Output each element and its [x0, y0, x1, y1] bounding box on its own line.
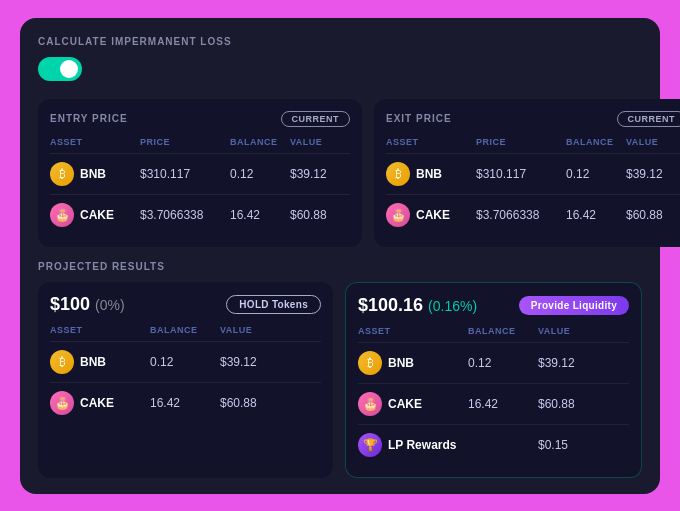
lp-bnb-asset: ₿ BNB [358, 351, 468, 375]
lp-cake-name: CAKE [388, 397, 422, 411]
hold-bnb-asset: ₿ BNB [50, 350, 150, 374]
table-row: ₿ BNB $310.117 0.12 $39.12 [386, 153, 680, 194]
entry-current-badge[interactable]: CURRENT [281, 111, 351, 127]
hold-bnb-name: BNB [80, 355, 106, 369]
price-panels-row: ENTRY PRICE CURRENT ASSET PRICE BALANCE … [38, 99, 642, 247]
lp-col-balance: BALANCE [468, 326, 538, 336]
lp-bnb-balance: 0.12 [468, 356, 538, 370]
bnb-icon: ₿ [50, 350, 74, 374]
exit-bnb-price: $310.117 [476, 167, 566, 181]
lp-rewards-value: $0.15 [538, 438, 608, 452]
entry-col-value: VALUE [290, 137, 350, 147]
entry-bnb-price: $310.117 [140, 167, 230, 181]
lp-bnb-value: $39.12 [538, 356, 608, 370]
entry-table-header: ASSET PRICE BALANCE VALUE [50, 137, 350, 153]
entry-col-balance: BALANCE [230, 137, 290, 147]
liquidity-value: $100.16 [358, 295, 428, 315]
exit-bnb-value: $39.12 [626, 167, 680, 181]
hold-value-group: $100 (0%) [50, 294, 125, 315]
exit-col-value: VALUE [626, 137, 680, 147]
entry-cake-asset: 🎂 CAKE [50, 203, 140, 227]
entry-cake-balance: 16.42 [230, 208, 290, 222]
cake-icon: 🎂 [50, 203, 74, 227]
liquidity-pct: (0.16%) [428, 298, 477, 314]
entry-table: ASSET PRICE BALANCE VALUE ₿ BNB $310.117… [50, 137, 350, 235]
projected-label: PROJECTED RESULTS [38, 261, 642, 272]
exit-cake-price: $3.7066338 [476, 208, 566, 222]
hold-pct: (0%) [95, 297, 125, 313]
entry-cake-name: CAKE [80, 208, 114, 222]
entry-header: ENTRY PRICE CURRENT [50, 111, 350, 127]
table-row: 🎂 CAKE 16.42 $60.88 [358, 383, 629, 424]
exit-current-badge[interactable]: CURRENT [617, 111, 681, 127]
entry-price-label: ENTRY PRICE [50, 113, 128, 124]
hold-cake-name: CAKE [80, 396, 114, 410]
cake-icon: 🎂 [50, 391, 74, 415]
lp-rewards-icon: 🏆 [358, 433, 382, 457]
hold-cake-asset: 🎂 CAKE [50, 391, 150, 415]
table-row: ₿ BNB 0.12 $39.12 [358, 342, 629, 383]
lp-col-value: VALUE [538, 326, 608, 336]
table-row: 🎂 CAKE $3.7066338 16.42 $60.88 [50, 194, 350, 235]
lp-bnb-name: BNB [388, 356, 414, 370]
exit-bnb-name: BNB [416, 167, 442, 181]
bnb-icon: ₿ [358, 351, 382, 375]
projected-panels: $100 (0%) HOLD Tokens ASSET BALANCE VALU… [38, 282, 642, 478]
exit-price-label: EXIT PRICE [386, 113, 452, 124]
cake-icon: 🎂 [358, 392, 382, 416]
exit-cake-name: CAKE [416, 208, 450, 222]
table-row: 🎂 CAKE 16.42 $60.88 [50, 382, 321, 423]
lp-cake-balance: 16.42 [468, 397, 538, 411]
exit-table: ASSET PRICE BALANCE VALUE ₿ BNB $310.117… [386, 137, 680, 235]
hold-col-balance: BALANCE [150, 325, 220, 335]
entry-cake-price: $3.7066338 [140, 208, 230, 222]
table-row: 🎂 CAKE $3.7066338 16.42 $60.88 [386, 194, 680, 235]
hold-table: ASSET BALANCE VALUE ₿ BNB 0.12 $39.12 [50, 325, 321, 423]
hold-bnb-value: $39.12 [220, 355, 290, 369]
hold-bnb-balance: 0.12 [150, 355, 220, 369]
exit-bnb-asset: ₿ BNB [386, 162, 476, 186]
lp-col-asset: ASSET [358, 326, 468, 336]
lp-rewards-name: LP Rewards [388, 438, 456, 452]
entry-col-price: PRICE [140, 137, 230, 147]
entry-price-panel: ENTRY PRICE CURRENT ASSET PRICE BALANCE … [38, 99, 362, 247]
cake-icon: 🎂 [386, 203, 410, 227]
hold-cake-value: $60.88 [220, 396, 290, 410]
table-row: 🏆 LP Rewards $0.15 [358, 424, 629, 465]
exit-col-asset: ASSET [386, 137, 476, 147]
exit-col-balance: BALANCE [566, 137, 626, 147]
entry-bnb-value: $39.12 [290, 167, 350, 181]
impermanent-loss-toggle[interactable] [38, 57, 82, 81]
lp-rewards-asset: 🏆 LP Rewards [358, 433, 468, 457]
hold-table-header: ASSET BALANCE VALUE [50, 325, 321, 341]
hold-col-asset: ASSET [50, 325, 150, 335]
exit-col-price: PRICE [476, 137, 566, 147]
exit-price-panel: EXIT PRICE CURRENT ASSET PRICE BALANCE V… [374, 99, 680, 247]
entry-bnb-asset: ₿ BNB [50, 162, 140, 186]
hold-panel: $100 (0%) HOLD Tokens ASSET BALANCE VALU… [38, 282, 333, 478]
entry-bnb-balance: 0.12 [230, 167, 290, 181]
hold-col-value: VALUE [220, 325, 290, 335]
liquidity-table: ASSET BALANCE VALUE ₿ BNB 0.12 $39.12 [358, 326, 629, 465]
liquidity-badge[interactable]: Provide Liquidity [519, 296, 629, 315]
toggle-row [38, 57, 642, 85]
table-row: ₿ BNB $310.117 0.12 $39.12 [50, 153, 350, 194]
exit-header: EXIT PRICE CURRENT [386, 111, 680, 127]
hold-header: $100 (0%) HOLD Tokens [50, 294, 321, 315]
entry-col-asset: ASSET [50, 137, 140, 147]
projected-section: PROJECTED RESULTS $100 (0%) HOLD Tokens … [38, 261, 642, 478]
exit-cake-balance: 16.42 [566, 208, 626, 222]
lp-cake-asset: 🎂 CAKE [358, 392, 468, 416]
main-card: CALCULATE IMPERMANENT LOSS ENTRY PRICE C… [20, 18, 660, 494]
bnb-icon: ₿ [386, 162, 410, 186]
entry-bnb-name: BNB [80, 167, 106, 181]
bnb-icon: ₿ [50, 162, 74, 186]
hold-badge[interactable]: HOLD Tokens [226, 295, 321, 314]
hold-cake-balance: 16.42 [150, 396, 220, 410]
exit-cake-value: $60.88 [626, 208, 680, 222]
exit-cake-asset: 🎂 CAKE [386, 203, 476, 227]
liquidity-value-group: $100.16 (0.16%) [358, 295, 477, 316]
liquidity-header: $100.16 (0.16%) Provide Liquidity [358, 295, 629, 316]
lp-cake-value: $60.88 [538, 397, 608, 411]
exit-table-header: ASSET PRICE BALANCE VALUE [386, 137, 680, 153]
